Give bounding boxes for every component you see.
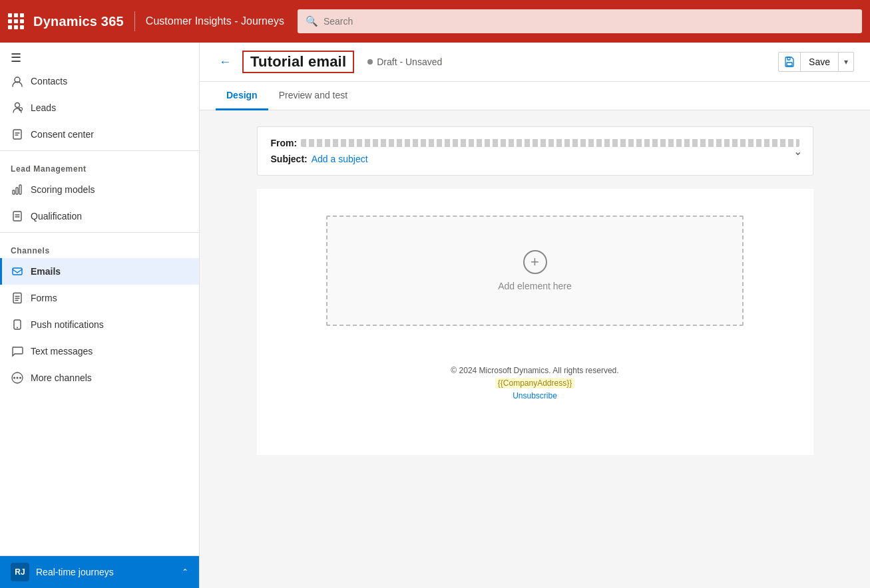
- save-icon[interactable]: [779, 53, 801, 71]
- qualification-icon: [11, 210, 24, 223]
- svg-point-14: [19, 377, 21, 379]
- back-button[interactable]: ←: [216, 53, 234, 71]
- consent-icon: [11, 128, 24, 141]
- from-label: From:: [271, 138, 298, 148]
- email-drop-zone[interactable]: + Add element here: [326, 216, 744, 326]
- sidebar-item-label: Emails: [31, 266, 61, 277]
- svg-rect-7: [13, 212, 21, 221]
- sidebar-item-label: Scoring models: [31, 184, 95, 195]
- subject-label: Subject:: [271, 154, 308, 164]
- sidebar: ☰ Contacts Leads Consent center Lead Man…: [0, 43, 200, 588]
- subject-row: Subject: Add a subject: [271, 154, 799, 164]
- sidebar-divider-1: [0, 150, 199, 151]
- push-icon: [11, 318, 24, 331]
- sidebar-item-contacts[interactable]: Contacts: [0, 68, 199, 94]
- svg-point-11: [17, 327, 18, 329]
- svg-rect-4: [13, 190, 15, 194]
- footer-unsubscribe-link[interactable]: Unsubscribe: [451, 391, 618, 400]
- tab-preview-and-test[interactable]: Preview and test: [268, 82, 359, 110]
- leads-icon: [11, 101, 24, 114]
- sidebar-footer-realtime-journeys[interactable]: RJ Real-time journeys ⌃: [0, 555, 199, 588]
- svg-point-1: [15, 103, 20, 108]
- footer-company-address: {{CompanyAddress}}: [495, 378, 574, 388]
- sidebar-item-qualification[interactable]: Qualification: [0, 203, 199, 229]
- svg-point-13: [17, 377, 19, 379]
- scoring-icon: [11, 183, 24, 196]
- draft-dot-indicator: [367, 59, 373, 65]
- sidebar-divider-2: [0, 232, 199, 233]
- email-body-area: + Add element here © 2024 Microsoft Dyna…: [257, 189, 813, 455]
- apps-grid-icon[interactable]: [8, 13, 24, 29]
- lead-management-section: Lead Management: [0, 154, 199, 176]
- add-element-plus-button[interactable]: +: [523, 250, 547, 274]
- email-canvas: From: Subject: Add a subject ⌄ + Add ele…: [200, 110, 870, 588]
- page-title: Tutorial email: [242, 51, 354, 73]
- app-subtitle: Customer Insights - Journeys: [146, 15, 284, 27]
- footer-copyright: © 2024 Microsoft Dynamics. All rights re…: [451, 366, 618, 375]
- topbar-divider: [134, 11, 135, 31]
- sidebar-item-more-channels[interactable]: More channels: [0, 365, 199, 391]
- sidebar-item-forms[interactable]: Forms: [0, 285, 199, 311]
- sidebar-item-label: Text messages: [31, 346, 93, 357]
- forms-icon: [11, 291, 24, 305]
- subject-link[interactable]: Add a subject: [312, 154, 368, 164]
- sidebar-item-leads[interactable]: Leads: [0, 94, 199, 121]
- svg-rect-3: [13, 130, 21, 139]
- footer-label: Real-time journeys: [36, 567, 175, 577]
- sidebar-item-label: Leads: [31, 102, 56, 113]
- tab-design[interactable]: Design: [216, 82, 268, 110]
- save-button[interactable]: Save: [801, 53, 839, 71]
- draft-status: Draft - Unsaved: [367, 57, 442, 67]
- save-dropdown-chevron-icon[interactable]: ▾: [839, 53, 853, 71]
- search-bar[interactable]: 🔍: [298, 9, 862, 33]
- footer-chevron-icon: ⌃: [182, 567, 188, 577]
- text-messages-icon: [11, 345, 24, 358]
- sidebar-item-scoring-models[interactable]: Scoring models: [0, 176, 199, 203]
- sidebar-item-label: Qualification: [31, 211, 82, 221]
- sidebar-item-consent-center[interactable]: Consent center: [0, 121, 199, 148]
- sidebar-item-emails[interactable]: Emails: [0, 258, 199, 285]
- email-meta-bar: From: Subject: Add a subject ⌄: [257, 126, 813, 176]
- email-wrapper: From: Subject: Add a subject ⌄ + Add ele…: [236, 110, 835, 588]
- from-value-blurred: [301, 139, 799, 147]
- svg-rect-16: [787, 63, 792, 66]
- rj-avatar: RJ: [11, 563, 29, 581]
- draft-status-text: Draft - Unsaved: [377, 57, 442, 67]
- svg-rect-6: [19, 185, 21, 194]
- sidebar-item-label: Push notifications: [31, 319, 104, 330]
- svg-point-12: [13, 377, 15, 379]
- sidebar-item-label: Forms: [31, 293, 57, 303]
- svg-rect-5: [16, 188, 18, 194]
- main-layout: ☰ Contacts Leads Consent center Lead Man…: [0, 43, 870, 588]
- email-icon: [11, 265, 24, 278]
- email-footer-area: © 2024 Microsoft Dynamics. All rights re…: [451, 366, 618, 420]
- svg-rect-15: [787, 57, 790, 60]
- sidebar-item-label: Consent center: [31, 129, 94, 140]
- from-row: From:: [271, 138, 799, 148]
- contact-icon: [11, 74, 24, 88]
- search-icon: 🔍: [306, 15, 318, 27]
- channels-section: Channels: [0, 235, 199, 258]
- svg-rect-8: [13, 268, 22, 275]
- topbar: Dynamics 365 Customer Insights - Journey…: [0, 0, 870, 43]
- expand-button[interactable]: ⌄: [793, 145, 802, 158]
- sidebar-item-text-messages[interactable]: Text messages: [0, 338, 199, 365]
- app-title: Dynamics 365: [33, 14, 124, 29]
- hamburger-menu[interactable]: ☰: [0, 43, 199, 68]
- sidebar-item-label: More channels: [31, 372, 92, 383]
- more-channels-icon: [11, 371, 24, 384]
- sidebar-item-push-notifications[interactable]: Push notifications: [0, 311, 199, 338]
- content-header: ← Tutorial email Draft - Unsaved Save ▾: [200, 43, 870, 82]
- drop-zone-label: Add element here: [498, 281, 572, 291]
- tabs-bar: Design Preview and test: [200, 82, 870, 110]
- sidebar-item-label: Contacts: [31, 76, 67, 86]
- save-button-group: Save ▾: [778, 52, 854, 72]
- search-input[interactable]: [324, 16, 854, 27]
- content-area: ← Tutorial email Draft - Unsaved Save ▾ …: [200, 43, 870, 588]
